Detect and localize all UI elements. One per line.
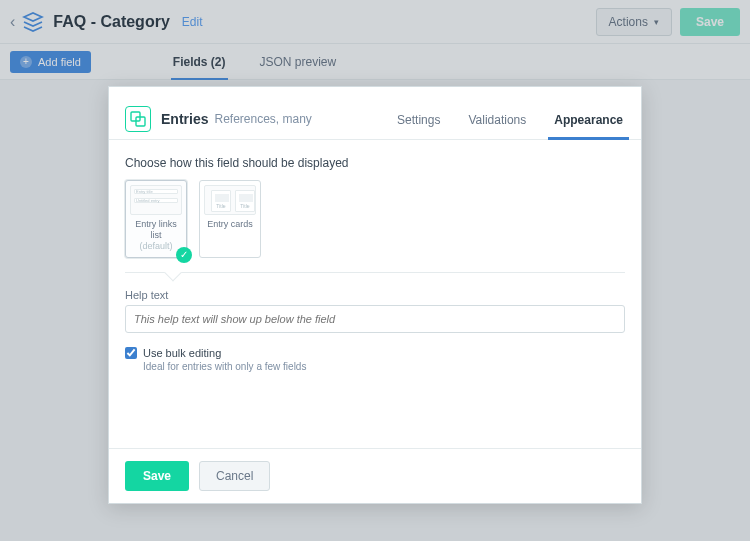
option-title: Entry cards — [207, 219, 253, 229]
tab-validations[interactable]: Validations — [466, 99, 528, 139]
preview-card: Title — [211, 190, 231, 212]
section-label: Choose how this field should be displaye… — [125, 156, 625, 170]
bulk-editing-note: Ideal for entries with only a few fields — [143, 361, 625, 372]
bulk-editing-checkbox[interactable] — [125, 347, 137, 359]
bulk-editing-row[interactable]: Use bulk editing — [125, 347, 625, 359]
save-button[interactable]: Save — [125, 461, 189, 491]
preview-card: Title — [235, 190, 255, 212]
bulk-editing-label: Use bulk editing — [143, 347, 221, 359]
check-icon: ✓ — [176, 247, 192, 263]
option-caption: Entry cards — [204, 219, 256, 230]
preview-text: Entry title — [136, 189, 153, 194]
modal-body: Choose how this field should be displaye… — [109, 140, 641, 388]
tab-settings[interactable]: Settings — [395, 99, 442, 139]
option-caption: Entry links list (default) — [130, 219, 182, 251]
option-title: Entry links list — [135, 219, 177, 240]
field-editor-modal: Entries References, many Settings Valida… — [108, 86, 642, 504]
tab-appearance[interactable]: Appearance — [552, 99, 625, 139]
option-entry-cards[interactable]: Title Title Entry cards — [199, 180, 261, 258]
modal-footer: Save Cancel — [109, 448, 641, 503]
references-icon — [125, 106, 151, 132]
modal-header: Entries References, many Settings Valida… — [109, 87, 641, 140]
option-subtitle: (default) — [139, 241, 172, 251]
cancel-button[interactable]: Cancel — [199, 461, 270, 491]
preview-text: Untitled entry — [136, 198, 160, 203]
modal-tabs: Settings Validations Appearance — [395, 99, 625, 139]
option-preview: Entry title Untitled entry — [130, 185, 182, 215]
selected-notch — [165, 265, 182, 282]
appearance-options: Entry title Untitled entry Entry links l… — [125, 180, 625, 273]
option-entry-links-list[interactable]: Entry title Untitled entry Entry links l… — [125, 180, 187, 258]
help-text-input[interactable] — [125, 305, 625, 333]
modal-overlay: Entries References, many Settings Valida… — [0, 0, 750, 541]
help-text-label: Help text — [125, 289, 625, 301]
field-name: Entries — [161, 111, 208, 127]
field-type: References, many — [214, 112, 311, 126]
option-preview: Title Title — [204, 185, 256, 215]
